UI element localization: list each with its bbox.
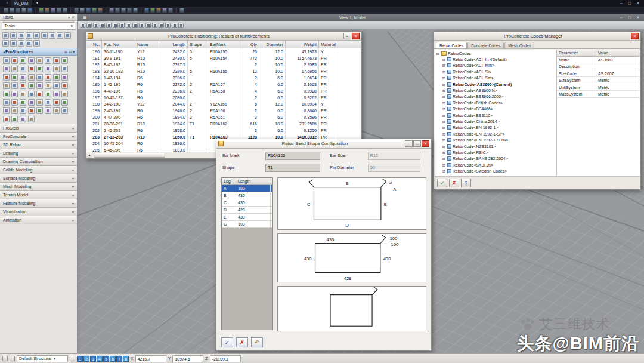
undo-icon[interactable] xyxy=(57,8,61,13)
column-header-posno[interactable]: Pos. No. xyxy=(102,41,135,48)
param-row[interactable]: UnitSystemMetric xyxy=(557,84,640,91)
rebar-tool-icon[interactable] xyxy=(45,57,51,64)
shape-field[interactable]: T1 xyxy=(265,164,320,172)
table-row[interactable]: 19130-9-191R102430.05R10A15477210.01157.… xyxy=(86,55,361,61)
expand-icon[interactable]: ⊞ xyxy=(442,132,446,136)
window-area-icon[interactable] xyxy=(113,23,118,28)
slab-tool-icon[interactable] xyxy=(20,57,26,64)
stirrup-tool-icon[interactable] xyxy=(20,82,26,89)
dimension-tool-icon[interactable] xyxy=(20,74,26,81)
footing-tool-icon[interactable] xyxy=(3,82,10,89)
locks-icon[interactable] xyxy=(10,356,15,361)
tree-item[interactable]: ⊞RebarCode<EN 1992-1-SP> xyxy=(435,131,556,137)
tasks-panel-header[interactable]: Tasks ▾ ✕ xyxy=(0,14,77,21)
expand-icon[interactable]: ⊞ xyxy=(442,57,446,61)
reinforcement-table[interactable]: No.Pos. No.NameLengthShapeBarMarkQtyDiam… xyxy=(86,41,361,152)
stirrup-tool-icon[interactable] xyxy=(3,116,10,122)
sidebar-item-2d-rebar[interactable]: 2D Rebar▾ xyxy=(0,141,77,149)
fence-icon[interactable] xyxy=(80,8,85,13)
wall-tool-icon[interactable] xyxy=(61,74,68,81)
table-row[interactable]: 1928-45-192R102397.5210.02.9585PR xyxy=(86,61,361,68)
beam-tool-icon[interactable] xyxy=(20,107,26,114)
annotation-tool-icon[interactable] xyxy=(28,74,35,81)
tree-item[interactable]: ⊞RebarCode<RSIC> xyxy=(435,149,556,155)
new-file-icon[interactable] xyxy=(10,8,14,13)
level-display-icon[interactable] xyxy=(150,8,155,13)
chevron-down-icon[interactable]: ▾ xyxy=(73,50,75,54)
minimize-button[interactable]: – xyxy=(618,1,625,6)
wall-tool-icon[interactable] xyxy=(45,107,51,114)
column-tool-icon[interactable] xyxy=(45,74,51,81)
dimension-tool-icon[interactable] xyxy=(3,107,10,114)
task-list-icon[interactable] xyxy=(26,32,32,39)
expand-icon[interactable]: ⊞ xyxy=(442,119,446,124)
redo-view-icon[interactable] xyxy=(178,23,184,28)
column-tool-icon[interactable] xyxy=(11,99,18,106)
view-toggle-6[interactable]: 6 xyxy=(110,356,116,362)
dimension-tool-icon[interactable] xyxy=(53,91,60,97)
param-row[interactable]: NameAS3600 xyxy=(557,57,640,64)
measure-icon[interactable] xyxy=(121,8,126,13)
close-panel-icon[interactable]: ✕ xyxy=(72,15,75,19)
column-header-name[interactable]: Name xyxy=(135,41,160,48)
tree-item[interactable]: ⊞RebarCode<AS3600>(Current) xyxy=(435,81,556,87)
expand-icon[interactable]: ⊞ xyxy=(442,150,446,155)
view-minimize-button[interactable]: – xyxy=(618,15,625,20)
array-tool-icon[interactable] xyxy=(26,40,32,47)
accudraw-icon[interactable] xyxy=(156,8,161,13)
dialog-close-button[interactable]: ✕ xyxy=(422,140,429,147)
view-toggle-3[interactable]: 3 xyxy=(90,356,96,362)
expand-icon[interactable]: ⊞ xyxy=(442,70,446,74)
tree-item[interactable]: ⊞RebarCode<British Codes> xyxy=(435,100,556,106)
view-close-button[interactable]: ✕ xyxy=(634,15,642,20)
close-button[interactable]: ✕ xyxy=(634,1,642,6)
view-title-bar[interactable]: ▦ View 1, Model – ▢ ✕ xyxy=(78,14,644,21)
redo-icon[interactable] xyxy=(63,8,67,13)
sidebar-item-terrain-model[interactable]: Terrain Model▾ xyxy=(0,191,77,199)
expand-icon[interactable]: ⊞ xyxy=(442,125,446,130)
scrollbar-thumb[interactable] xyxy=(94,153,165,158)
mesh-tool-icon[interactable] xyxy=(45,91,51,97)
expand-icon[interactable]: ⊞ xyxy=(442,94,446,99)
dialog-close-button[interactable]: ✕ xyxy=(352,33,360,39)
zoom-out-icon[interactable] xyxy=(92,8,97,13)
param-row[interactable]: MassSystemMetric xyxy=(557,91,640,98)
beam-tool-icon[interactable] xyxy=(53,82,60,89)
active-level-combobox[interactable]: Default Structural ▾ xyxy=(17,355,68,362)
x-coordinate-field[interactable]: 4216.7 xyxy=(135,355,166,362)
column-tool-icon[interactable] xyxy=(28,66,35,72)
rebar-tool-icon[interactable] xyxy=(11,82,18,89)
sidebar-item-proconcrete[interactable]: ProConcrete▾ xyxy=(0,133,77,141)
dialog-close-button[interactable]: ✕ xyxy=(631,33,639,39)
expand-icon[interactable]: ⊞ xyxy=(442,113,446,118)
mesh-tool-icon[interactable] xyxy=(61,99,68,106)
z-coordinate-field[interactable]: -21199.3 xyxy=(210,355,241,362)
table-row[interactable]: 1941-47-194R62396.026.01.0634PR xyxy=(86,75,361,81)
app-menu-icon[interactable]: ≡ xyxy=(4,1,11,6)
param-row[interactable]: Description xyxy=(557,63,640,70)
view-toggle-4[interactable]: 4 xyxy=(97,356,103,362)
tree-item[interactable]: ⊞RebarCode<Swedish Codes> xyxy=(435,168,556,174)
element-selection-icon[interactable] xyxy=(74,8,79,13)
fit-view-icon[interactable] xyxy=(119,23,125,28)
rebar-tool-icon[interactable] xyxy=(61,66,68,72)
pin-icon[interactable]: ▾ xyxy=(68,15,70,19)
table-row[interactable]: 2022-45-202R61858.026.00.8250PR xyxy=(86,127,361,134)
sidebar-item-drawing[interactable]: Drawing▾ xyxy=(0,149,77,158)
sidebar-item-solids-modeling[interactable]: Solids Modeling▾ xyxy=(0,166,77,174)
beam-tool-icon[interactable] xyxy=(36,74,43,81)
main-toolbox-icon[interactable] xyxy=(41,32,48,39)
section-prostructures[interactable]: ▸ ProStructures ⊞ ⊟ ▾ xyxy=(0,48,77,56)
sidebar-item-feature-modeling[interactable]: Feature Modeling▾ xyxy=(0,199,77,208)
footing-tool-icon[interactable] xyxy=(53,107,60,114)
rebar-tool-icon[interactable] xyxy=(28,91,35,97)
slab-tool-icon[interactable] xyxy=(20,99,26,106)
footing-tool-icon[interactable] xyxy=(53,66,60,72)
expand-icon[interactable]: ⊞ xyxy=(442,101,446,105)
maximize-button[interactable]: ▢ xyxy=(626,1,633,6)
tree-item[interactable]: ⊞RebarCode<ACI_Mm> xyxy=(435,63,556,69)
fence-tool-icon[interactable] xyxy=(57,32,63,39)
expand-icon[interactable]: ⊞ xyxy=(442,82,446,87)
tree-item[interactable]: ⊞RebarCode<China:2014> xyxy=(435,118,556,124)
rebar-tool-icon[interactable] xyxy=(45,99,51,106)
